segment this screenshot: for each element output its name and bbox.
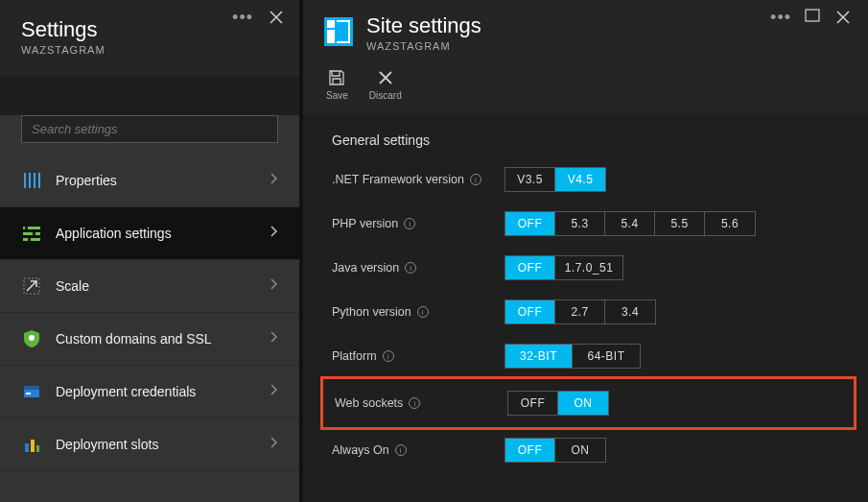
label-netfx: .NET Framework version: [332, 173, 464, 186]
save-button[interactable]: Save: [326, 69, 348, 101]
label-always-on: Always On: [332, 443, 389, 457]
label-java: Java version: [332, 261, 399, 275]
info-icon[interactable]: i: [417, 306, 429, 318]
row-php: PHP version i OFF5.35.45.55.6: [332, 211, 845, 236]
segment-option[interactable]: V3.5: [505, 168, 555, 191]
site-settings-header: ••• Site settings WAZSTAGRAM Save Discar…: [303, 0, 868, 113]
label-python: Python version: [332, 305, 411, 319]
nav-item-custom-domains[interactable]: Custom domains and SSL: [0, 313, 299, 366]
nav-item-deployment-credentials[interactable]: Deployment credentials: [0, 366, 299, 418]
label-platform: Platform: [332, 349, 377, 363]
info-icon[interactable]: i: [409, 397, 420, 409]
nav-label: Scale: [56, 278, 89, 294]
svg-rect-16: [31, 440, 35, 452]
row-java: Java version i OFF1.7.0_51: [332, 255, 845, 280]
settings-header: ••• Settings WAZSTAGRAM: [0, 0, 299, 77]
scale-icon: [21, 275, 42, 297]
shield-icon: [21, 328, 42, 349]
info-icon[interactable]: i: [470, 174, 481, 185]
segment-option[interactable]: 32-BIT: [505, 345, 573, 368]
segment-option[interactable]: 5.4: [605, 212, 655, 235]
row-web-sockets: Web sockets i OFFON: [335, 391, 842, 416]
segmented-netfx: V3.5V4.5: [504, 167, 606, 192]
nav-item-application-settings[interactable]: Application settings: [0, 207, 299, 260]
application-settings-icon: [21, 223, 42, 244]
nav-label: Deployment slots: [56, 437, 158, 452]
segmented-platform: 32-BIT64-BIT: [504, 344, 641, 369]
nav-label: Custom domains and SSL: [56, 331, 212, 347]
row-always-on: Always On i OFFON: [332, 438, 845, 463]
segment-option[interactable]: 64-BIT: [573, 345, 640, 368]
chevron-right-icon: [269, 172, 278, 189]
svg-rect-18: [806, 10, 819, 21]
highlight-web-sockets: Web sockets i OFFON: [320, 376, 856, 430]
segment-option[interactable]: OFF: [508, 392, 558, 415]
label-php: PHP version: [332, 217, 398, 230]
settings-nav: Properties Application settings: [0, 155, 299, 502]
discard-button[interactable]: Discard: [369, 69, 402, 101]
site-settings-subtitle: WAZSTAGRAM: [366, 40, 481, 52]
row-netfx: .NET Framework version i V3.5V4.5: [332, 167, 845, 192]
segment-option[interactable]: 2.7: [555, 300, 605, 323]
segmented-python: OFF2.73.4: [504, 299, 656, 324]
site-icon: [324, 17, 353, 46]
close-icon[interactable]: [263, 6, 290, 29]
discard-label: Discard: [369, 90, 402, 101]
segment-option[interactable]: V4.5: [555, 168, 605, 191]
svg-point-11: [29, 335, 35, 341]
svg-rect-7: [25, 227, 28, 229]
segment-option[interactable]: 5.6: [705, 212, 755, 235]
properties-icon: [21, 170, 42, 191]
save-label: Save: [326, 90, 348, 101]
svg-rect-6: [23, 238, 40, 241]
header-gap: [0, 77, 299, 115]
info-icon[interactable]: i: [405, 262, 416, 274]
info-icon[interactable]: i: [404, 218, 415, 229]
segment-option[interactable]: ON: [558, 392, 608, 415]
svg-rect-9: [28, 238, 31, 241]
more-icon[interactable]: •••: [766, 9, 795, 26]
search-input[interactable]: [21, 115, 278, 143]
segment-option[interactable]: 5.3: [555, 212, 605, 235]
site-settings-content: General settings .NET Framework version …: [303, 113, 868, 502]
chevron-right-icon: [269, 383, 278, 400]
site-settings-blade: ••• Site settings WAZSTAGRAM Save Discar…: [299, 0, 868, 502]
segment-option[interactable]: OFF: [505, 300, 555, 323]
restore-icon[interactable]: [805, 9, 820, 26]
segment-option[interactable]: OFF: [505, 256, 555, 279]
slots-icon: [21, 434, 42, 455]
credentials-icon: [21, 381, 42, 402]
segment-option[interactable]: 5.5: [655, 212, 705, 235]
nav-label: Deployment credentials: [56, 384, 196, 399]
row-python: Python version i OFF2.73.4: [332, 299, 845, 324]
segment-option[interactable]: ON: [555, 439, 605, 462]
svg-rect-15: [25, 443, 29, 452]
label-web-sockets: Web sockets: [335, 396, 403, 410]
nav-item-properties[interactable]: Properties: [0, 155, 299, 207]
segment-option[interactable]: 1.7.0_51: [555, 256, 622, 279]
chevron-right-icon: [269, 436, 278, 453]
segmented-java: OFF1.7.0_51: [504, 255, 623, 280]
segment-option[interactable]: OFF: [505, 439, 555, 462]
segment-option[interactable]: OFF: [505, 212, 555, 235]
svg-rect-5: [23, 232, 40, 235]
nav-item-deployment-slots[interactable]: Deployment slots: [0, 418, 299, 471]
nav-label: Properties: [56, 173, 117, 188]
chevron-right-icon: [269, 330, 278, 347]
more-icon[interactable]: •••: [228, 9, 257, 26]
info-icon[interactable]: i: [383, 350, 394, 362]
info-icon[interactable]: i: [395, 444, 407, 456]
svg-rect-17: [36, 445, 39, 452]
chevron-right-icon: [269, 277, 278, 295]
settings-subtitle: WAZSTAGRAM: [21, 44, 278, 56]
settings-blade: ••• Settings WAZSTAGRAM Properties: [0, 0, 299, 502]
nav-label: Application settings: [56, 226, 172, 241]
toolbar: Save Discard: [324, 69, 847, 101]
segmented-web-sockets: OFFON: [507, 391, 609, 416]
chevron-right-icon: [269, 225, 278, 242]
svg-rect-14: [26, 393, 31, 394]
nav-item-scale[interactable]: Scale: [0, 260, 299, 313]
close-icon[interactable]: [830, 6, 856, 29]
segment-option[interactable]: 3.4: [605, 300, 655, 323]
svg-rect-13: [24, 386, 39, 390]
